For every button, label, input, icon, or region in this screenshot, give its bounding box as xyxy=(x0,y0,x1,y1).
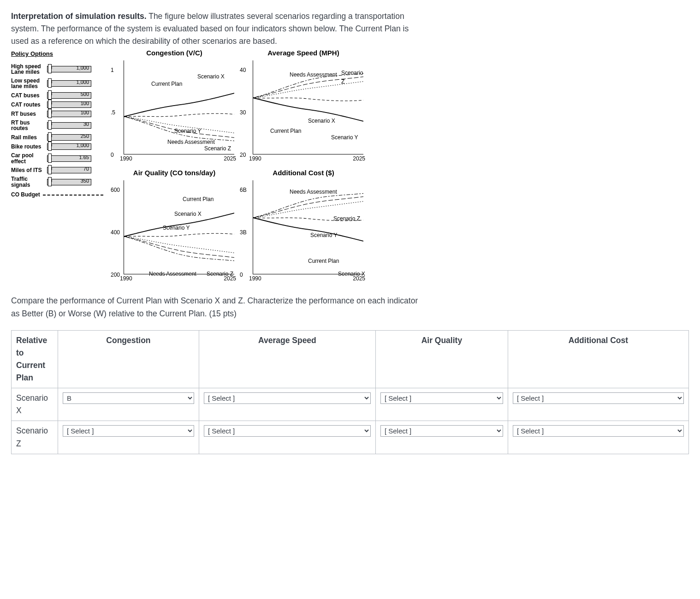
policy-slider: 0500 xyxy=(47,92,91,99)
chart-annotation: Scenario X xyxy=(308,117,335,125)
y-tick: 20 xyxy=(240,151,246,160)
policy-heading: Policy Options xyxy=(11,49,103,59)
chart: Congestion (V/C)0.5119902025Current Plan… xyxy=(110,49,239,169)
select-x-speed[interactable]: [ Select ]BW xyxy=(204,392,371,404)
chart-annotation: Current Plan xyxy=(308,257,339,266)
chart-annotation: Needs Assessment xyxy=(290,71,337,79)
x-tick: 1990 xyxy=(120,154,132,163)
policy-row: Low speed lane miles01,000 xyxy=(11,78,103,89)
chart-annotation: Needs Assessment xyxy=(290,188,337,196)
chart-annotation: Scenario Y xyxy=(310,231,337,240)
chart-annotation: Scenario Y xyxy=(163,224,190,232)
y-tick: 400 xyxy=(111,228,120,237)
figure: Policy Options High speed Lane miles01,0… xyxy=(11,49,689,289)
policy-slider: 0100 xyxy=(47,111,91,117)
x-tick: 1990 xyxy=(249,274,261,283)
select-x-congestion[interactable]: [ Select ]BW xyxy=(63,392,194,404)
table-row: Scenario X [ Select ]BW [ Select ]BW [ S… xyxy=(12,388,689,421)
chart: Additional Cost ($)03B6B19902025Needs As… xyxy=(239,169,368,289)
chart-title: Average Speed (MPH) xyxy=(239,47,368,58)
policy-slider: 030 xyxy=(47,122,91,129)
chart-annotation: Needs Assessment xyxy=(149,270,196,279)
policy-label: RT buses xyxy=(11,111,47,117)
policy-label: RT bus routes xyxy=(11,120,47,131)
policy-slider: 01,000 xyxy=(47,143,91,150)
col-head-cost: Additional Cost xyxy=(508,330,688,388)
chart-annotation: Scenario Y xyxy=(331,133,358,142)
policy-row: Bike routes01,000 xyxy=(11,143,103,150)
y-tick: 0 xyxy=(240,271,243,279)
select-z-air[interactable]: [ Select ]BW xyxy=(380,425,503,437)
select-z-congestion[interactable]: [ Select ]BW xyxy=(63,425,194,437)
policy-slider: 070 xyxy=(47,167,91,173)
select-z-cost[interactable]: [ Select ]BW xyxy=(513,425,684,437)
chart: Average Speed (MPH)20304019902025Needs A… xyxy=(239,49,368,169)
x-tick: 1990 xyxy=(249,154,261,163)
select-x-air[interactable]: [ Select ]BW xyxy=(380,392,503,404)
x-tick: 2025 xyxy=(224,154,236,163)
y-tick: 0 xyxy=(111,151,114,160)
policy-slider: 11.65 xyxy=(47,155,91,162)
chart-annotation: Scenario Z xyxy=(333,214,360,223)
x-tick: 2025 xyxy=(353,154,365,163)
y-tick: 1 xyxy=(111,66,114,75)
policy-row: High speed Lane miles01,000 xyxy=(11,64,103,75)
chart-title: Additional Cost ($) xyxy=(239,167,368,178)
policy-slider: 0350 xyxy=(47,179,91,185)
chart-annotation: Current Plan xyxy=(270,127,301,136)
policy-label: Car pool effect xyxy=(11,153,47,164)
chart-annotation: Scenario X xyxy=(174,210,202,219)
col-head-air: Air Quality xyxy=(375,330,508,388)
policy-label: Low speed lane miles xyxy=(11,78,47,89)
policy-label: High speed Lane miles xyxy=(11,64,47,75)
policy-label: CAT buses xyxy=(11,93,47,99)
policy-row: Car pool effect11.65 xyxy=(11,153,103,164)
chart-annotation: Current Plan xyxy=(183,195,214,204)
x-tick: 1990 xyxy=(120,274,132,283)
question-text: Compare the performance of Current Plan … xyxy=(11,295,426,320)
policy-row: Miles of ITS070 xyxy=(11,167,103,173)
chart-annotation: Scenario X xyxy=(338,270,365,279)
chart-annotation: Scenario X xyxy=(197,72,225,81)
intro-paragraph: Interpretation of simulation results. Th… xyxy=(11,10,426,47)
policy-label: Bike routes xyxy=(11,144,47,150)
policy-slider: 0100 xyxy=(47,101,91,108)
chart-annotation: Scenario Y xyxy=(174,127,201,136)
y-tick: 200 xyxy=(111,271,120,279)
policy-row: Rail miles0250 xyxy=(11,134,103,141)
policy-label: CAT routes xyxy=(11,102,47,108)
policy-label: Miles of ITS xyxy=(11,167,47,173)
col-head-congestion: Congestion xyxy=(58,330,199,388)
chart: Air Quality (CO tons/day)200400600199020… xyxy=(110,169,239,289)
intro-bold: Interpretation of simulation results. xyxy=(11,12,147,21)
chart-annotation: Current Plan xyxy=(151,80,182,89)
policy-row: CAT routes0100 xyxy=(11,101,103,108)
policy-row: RT bus routes030 xyxy=(11,120,103,131)
policy-label: Rail miles xyxy=(11,135,47,141)
chart-title: Air Quality (CO tons/day) xyxy=(110,167,239,178)
select-x-cost[interactable]: [ Select ]BW xyxy=(513,392,684,404)
policy-slider: 0250 xyxy=(47,134,91,141)
y-tick: 600 xyxy=(111,186,120,195)
table-row: Scenario Z [ Select ]BW [ Select ]BW [ S… xyxy=(12,421,689,454)
col-head-speed: Average Speed xyxy=(199,330,375,388)
chart-annotation: Scenario Z xyxy=(207,270,233,279)
col-head-relative: Relative to Current Plan xyxy=(12,330,58,388)
policy-row: Traffic signals0350 xyxy=(11,176,103,188)
policy-row: CAT buses0500 xyxy=(11,92,103,99)
co-budget-label: CO Budget xyxy=(11,190,40,199)
y-tick: .5 xyxy=(111,108,115,117)
policy-options-panel: Policy Options High speed Lane miles01,0… xyxy=(11,49,103,289)
chart-annotation: Scenario Z xyxy=(341,69,368,86)
policy-slider: 01,000 xyxy=(47,66,91,72)
row-label-x: Scenario X xyxy=(12,388,58,421)
chart-title: Congestion (V/C) xyxy=(110,47,239,58)
co-budget-dashes xyxy=(43,195,103,196)
y-tick: 6B xyxy=(240,186,247,195)
y-tick: 40 xyxy=(240,66,246,75)
answer-table: Relative to Current Plan Congestion Aver… xyxy=(11,330,689,454)
y-tick: 3B xyxy=(240,228,247,237)
policy-label: Traffic signals xyxy=(11,176,47,188)
select-z-speed[interactable]: [ Select ]BW xyxy=(204,425,371,437)
chart-annotation: Scenario Z xyxy=(204,144,231,153)
